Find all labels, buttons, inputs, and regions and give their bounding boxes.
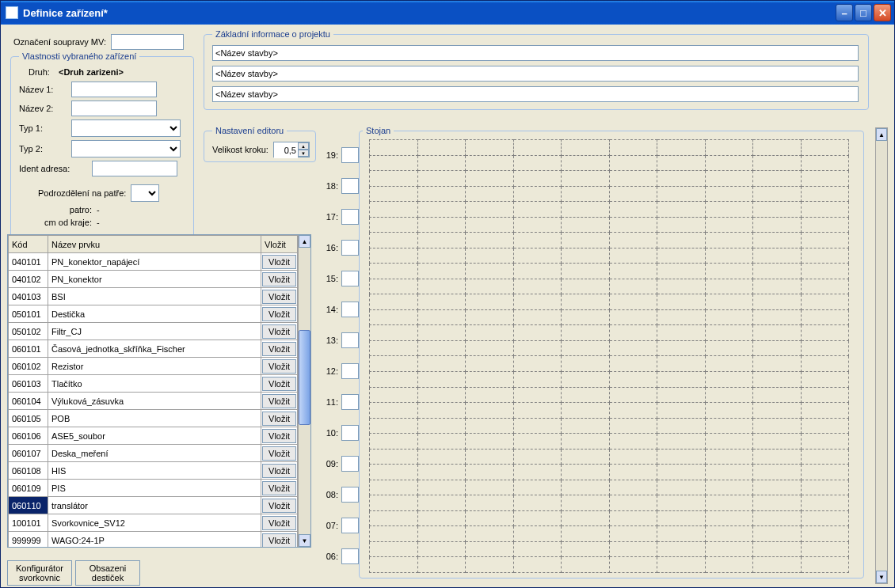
cell-nazev[interactable]: BSI xyxy=(48,288,261,305)
col-nazev[interactable]: Název prvku xyxy=(48,236,261,253)
table-row[interactable]: 060110translátorVložit xyxy=(9,497,298,514)
rack-grid[interactable] xyxy=(369,139,854,576)
table-row[interactable]: 050102Filtr_CJVložit xyxy=(9,323,298,340)
cell-kod[interactable]: 060109 xyxy=(9,480,48,497)
table-row[interactable]: 050101DestičkaVložit xyxy=(9,305,298,323)
insert-button[interactable]: Vložit xyxy=(262,516,296,530)
cell-kod[interactable]: 060103 xyxy=(9,375,48,393)
cell-nazev[interactable]: ASE5_soubor xyxy=(48,427,261,445)
rack-row-input[interactable] xyxy=(341,178,359,194)
insert-button[interactable]: Vložit xyxy=(262,429,296,443)
cell-kod[interactable]: 040103 xyxy=(9,288,48,305)
spin-down[interactable]: ▼ xyxy=(298,150,309,157)
insert-button[interactable]: Vložit xyxy=(262,342,296,356)
cell-nazev[interactable]: PN_konektor_napájecí xyxy=(48,253,261,271)
cell-nazev[interactable]: PIS xyxy=(48,480,261,497)
rack-row-input[interactable] xyxy=(341,487,359,503)
minimize-button[interactable]: – xyxy=(836,4,853,21)
table-row[interactable]: 040102PN_konektorVložit xyxy=(9,271,298,288)
insert-button[interactable]: Vložit xyxy=(262,394,296,408)
scroll-up-icon[interactable]: ▲ xyxy=(299,235,310,248)
table-row[interactable]: 060103TlačítkoVložit xyxy=(9,375,298,393)
table-scrollbar[interactable]: ▲ ▼ xyxy=(298,235,310,547)
table-row[interactable]: 040101PN_konektor_napájecíVložit xyxy=(9,253,298,271)
ident-input[interactable] xyxy=(92,161,177,176)
insert-button[interactable]: Vložit xyxy=(262,307,296,321)
col-kod[interactable]: Kód xyxy=(9,236,48,253)
cell-kod[interactable]: 060102 xyxy=(9,358,48,375)
rack-row-input[interactable] xyxy=(341,425,359,441)
table-row[interactable]: 060107Deska_meřeníVložit xyxy=(9,445,298,462)
scroll-down-icon[interactable]: ▼ xyxy=(876,571,887,583)
cell-kod[interactable]: 050102 xyxy=(9,323,48,340)
insert-button[interactable]: Vložit xyxy=(262,377,296,391)
rack-row-input[interactable] xyxy=(341,394,359,410)
projekt-input-1[interactable] xyxy=(212,45,859,61)
rack-row-input[interactable] xyxy=(341,209,359,225)
cell-kod[interactable]: 060107 xyxy=(9,445,48,462)
close-button[interactable]: ✕ xyxy=(874,4,891,21)
cell-nazev[interactable]: Deska_meření xyxy=(48,445,261,462)
insert-button[interactable]: Vložit xyxy=(262,481,296,495)
insert-button[interactable]: Vložit xyxy=(262,446,296,461)
rack-row-input[interactable] xyxy=(341,147,359,163)
scroll-down-icon[interactable]: ▼ xyxy=(299,534,310,547)
cell-nazev[interactable]: POB xyxy=(48,410,261,427)
konfigurator-button[interactable]: Konfigurátorsvorkovnic xyxy=(7,560,72,586)
rack-row-input[interactable] xyxy=(341,548,359,564)
cell-nazev[interactable]: WAGO:24-1P xyxy=(48,532,261,548)
table-row[interactable]: 060102RezistorVložit xyxy=(9,358,298,375)
nazev1-input[interactable] xyxy=(71,82,157,97)
cell-kod[interactable]: 050101 xyxy=(9,305,48,323)
cell-nazev[interactable]: Rezistor xyxy=(48,358,261,375)
rack-row-input[interactable] xyxy=(341,363,359,379)
rack-row-input[interactable] xyxy=(341,271,359,286)
titlebar[interactable]: Definice zařízení* – □ ✕ xyxy=(1,1,894,25)
cell-nazev[interactable]: Tlačítko xyxy=(48,375,261,393)
cell-kod[interactable]: 040102 xyxy=(9,271,48,288)
cell-kod[interactable]: 060110 xyxy=(9,497,48,514)
nazev2-input[interactable] xyxy=(71,101,157,116)
projekt-input-3[interactable] xyxy=(212,86,859,102)
cell-nazev[interactable]: Filtr_CJ xyxy=(48,323,261,340)
scroll-up-icon[interactable]: ▲ xyxy=(876,128,887,141)
insert-button[interactable]: Vložit xyxy=(262,290,296,304)
spin-up[interactable]: ▲ xyxy=(298,142,309,150)
col-vlozit[interactable]: Vložit xyxy=(261,236,298,253)
cell-kod[interactable]: 060101 xyxy=(9,340,48,358)
cell-kod[interactable]: 100101 xyxy=(9,514,48,532)
typ2-select[interactable] xyxy=(71,140,181,157)
cell-kod[interactable]: 060104 xyxy=(9,393,48,410)
table-row[interactable]: 999999WAGO:24-1PVložit xyxy=(9,532,298,548)
rack-row-input[interactable] xyxy=(341,332,359,348)
insert-button[interactable]: Vložit xyxy=(262,464,296,478)
cell-nazev[interactable]: Svorkovnice_SV12 xyxy=(48,514,261,532)
rack-row-input[interactable] xyxy=(341,302,359,317)
table-row[interactable]: 060106ASE5_souborVložit xyxy=(9,427,298,445)
cell-nazev[interactable]: PN_konektor xyxy=(48,271,261,288)
cell-nazev[interactable]: Časová_jednotka_skříňka_Fischer xyxy=(48,340,261,358)
oznaceni-input[interactable] xyxy=(111,34,184,50)
insert-button[interactable]: Vložit xyxy=(262,272,296,286)
projekt-input-2[interactable] xyxy=(212,66,859,82)
insert-button[interactable]: Vložit xyxy=(262,324,296,339)
table-row[interactable]: 060101Časová_jednotka_skříňka_FischerVlo… xyxy=(9,340,298,358)
cell-kod[interactable]: 060106 xyxy=(9,427,48,445)
insert-button[interactable]: Vložit xyxy=(262,499,296,513)
cell-nazev[interactable]: translátor xyxy=(48,497,261,514)
velikost-input[interactable] xyxy=(274,142,298,158)
maximize-button[interactable]: □ xyxy=(855,4,872,21)
cell-nazev[interactable]: Výluková_zásuvka xyxy=(48,393,261,410)
table-row[interactable]: 060104Výluková_zásuvkaVložit xyxy=(9,393,298,410)
stojan-scrollbar[interactable]: ▲ ▼ xyxy=(875,127,888,584)
cell-nazev[interactable]: Destička xyxy=(48,305,261,323)
insert-button[interactable]: Vložit xyxy=(262,533,296,548)
obsazeni-button[interactable]: Obsazenidestiček xyxy=(75,560,140,586)
insert-button[interactable]: Vložit xyxy=(262,255,296,269)
rack-row-input[interactable] xyxy=(341,240,359,256)
insert-button[interactable]: Vložit xyxy=(262,412,296,426)
cell-kod[interactable]: 999999 xyxy=(9,532,48,548)
cell-kod[interactable]: 060105 xyxy=(9,410,48,427)
table-row[interactable]: 060108HISVložit xyxy=(9,462,298,480)
table-row[interactable]: 100101Svorkovnice_SV12Vložit xyxy=(9,514,298,532)
